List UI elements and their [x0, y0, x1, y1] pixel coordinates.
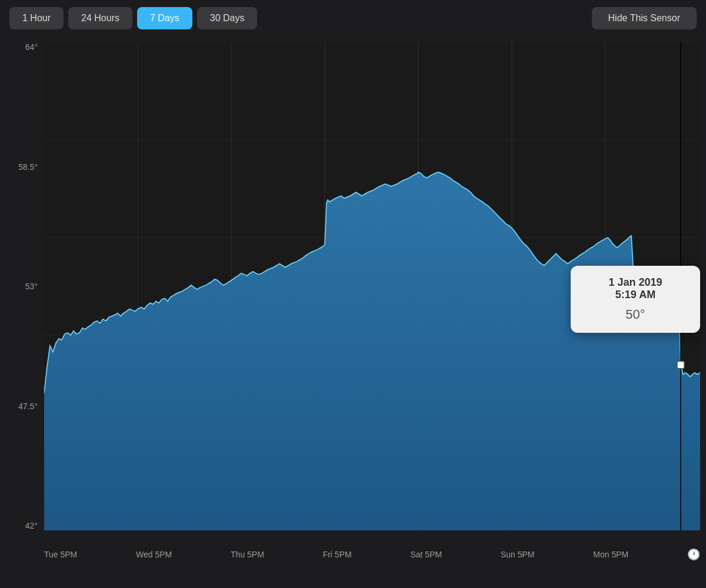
24-hours-button[interactable]: 24 Hours: [68, 7, 132, 29]
tooltip-date: 1 Jan 2019: [587, 276, 684, 289]
x-label-sun: Sun 5PM: [501, 550, 535, 559]
chart-container: 64° 58.5° 53° 47.5° 42°: [0, 36, 706, 566]
x-label-thu: Thu 5PM: [231, 550, 264, 559]
clock-icon: 🕐: [687, 548, 700, 561]
x-label-sat: Sat 5PM: [410, 550, 442, 559]
x-label-tue: Tue 5PM: [44, 550, 77, 559]
7-days-button[interactable]: 7 Days: [137, 7, 192, 29]
30-days-button[interactable]: 30 Days: [197, 7, 258, 29]
x-label-fri: Fri 5PM: [323, 550, 352, 559]
hide-sensor-button[interactable]: Hide This Sensor: [592, 7, 697, 29]
tooltip-time: 5:19 AM: [587, 289, 684, 301]
tooltip: 1 Jan 2019 5:19 AM 50°: [571, 266, 700, 333]
y-label-47: 47.5°: [0, 402, 42, 411]
x-label-wed: Wed 5PM: [136, 550, 172, 559]
y-label-64: 64°: [0, 42, 42, 52]
y-axis: 64° 58.5° 53° 47.5° 42°: [0, 42, 47, 530]
svg-rect-14: [677, 362, 684, 369]
x-label-mon: Mon 5PM: [593, 550, 628, 559]
tooltip-value: 50°: [587, 307, 684, 322]
top-bar: 1 Hour 24 Hours 7 Days 30 Days Hide This…: [0, 0, 706, 36]
time-buttons: 1 Hour 24 Hours 7 Days 30 Days: [9, 7, 257, 29]
y-label-53: 53°: [0, 282, 42, 291]
x-axis: Tue 5PM Wed 5PM Thu 5PM Fri 5PM Sat 5PM …: [44, 548, 700, 561]
1-hour-button[interactable]: 1 Hour: [9, 7, 64, 29]
y-label-42: 42°: [0, 521, 42, 530]
y-label-58: 58.5°: [0, 162, 42, 172]
